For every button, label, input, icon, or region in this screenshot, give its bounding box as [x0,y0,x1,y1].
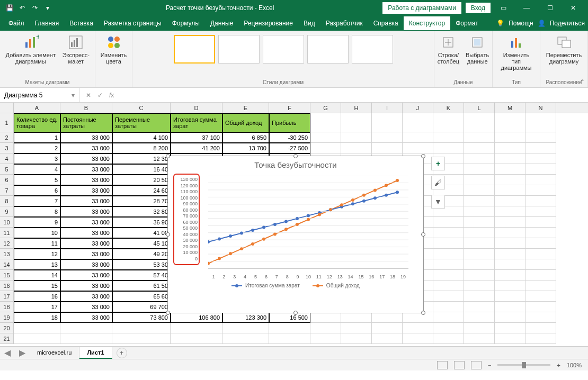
cell[interactable] [525,249,556,259]
menu-данные[interactable]: Данные [205,16,238,30]
row-header[interactable]: 4 [0,153,14,164]
table-cell[interactable]: 11 [14,238,60,249]
move-chart-button[interactable]: Переместить диаграмму [545,33,583,66]
table-cell[interactable]: 13 700 [222,143,269,153]
cell[interactable] [464,153,495,164]
table-cell[interactable]: 28 70 [112,196,171,206]
table-cell[interactable]: 33 000 [60,217,112,228]
cell[interactable] [269,323,310,333]
spreadsheet-grid[interactable]: ABCDEFGHIJKLMN 1234567891011121314151617… [0,103,588,346]
cell[interactable] [433,238,464,249]
style-thumb-2[interactable] [218,35,260,64]
cell[interactable] [269,333,310,344]
row-header[interactable]: 11 [0,228,14,238]
embedded-chart[interactable]: Точка безубыточности 130 000120 000110 0… [167,156,424,313]
cell[interactable] [403,113,433,132]
zoom-level[interactable]: 100% [567,362,582,368]
zoom-out-icon[interactable]: − [488,362,491,368]
table-cell[interactable]: 53 30 [112,259,171,270]
chart-styles-gallery[interactable] [172,33,395,66]
share-link[interactable]: Поделиться [550,20,585,27]
menu-конструктор[interactable]: Конструктор [404,16,450,30]
cell[interactable] [60,333,112,344]
table-header[interactable]: Количество ед. товара [14,113,60,132]
chart-handle[interactable] [166,311,170,315]
cell[interactable] [495,217,525,228]
share-icon[interactable]: 👤 [538,20,546,27]
cell[interactable] [495,113,525,132]
menu-формулы[interactable]: Формулы [167,16,205,30]
style-thumb-4[interactable] [307,35,349,64]
table-cell[interactable]: 17 [14,302,60,312]
style-thumb-5[interactable] [352,35,393,64]
col-header[interactable]: B [60,103,112,113]
table-cell[interactable]: 16 40 [112,164,171,175]
cell[interactable] [341,312,372,323]
table-cell[interactable]: 12 30 [112,153,171,164]
cell[interactable] [403,333,433,344]
cell[interactable] [495,206,525,217]
table-cell[interactable]: 33 000 [60,196,112,206]
cell[interactable] [525,175,556,185]
cell[interactable] [464,333,495,344]
table-cell[interactable]: 18 [14,312,60,323]
chart-legend[interactable]: Итоговая сумма зарат Общий доход [168,279,423,292]
col-header[interactable]: N [525,103,556,113]
table-cell[interactable]: 33 000 [60,291,112,302]
ribbon-display-icon[interactable]: ▭ [493,0,514,16]
cancel-formula-icon[interactable]: ✕ [86,92,91,99]
table-header[interactable]: Общий доход [222,113,269,132]
cell[interactable] [433,333,464,344]
zoom-in-icon[interactable]: + [557,362,560,368]
table-cell[interactable]: 12 [14,249,60,259]
table-cell[interactable]: 20 50 [112,175,171,185]
table-cell[interactable]: 8 [14,206,60,217]
cell[interactable] [433,249,464,259]
cell[interactable] [464,259,495,270]
cell[interactable] [341,113,372,132]
row-header[interactable]: 3 [0,143,14,153]
row-header[interactable]: 17 [0,291,14,302]
row-header[interactable]: 14 [0,259,14,270]
table-cell[interactable]: 33 000 [60,249,112,259]
cell[interactable] [464,312,495,323]
cell[interactable] [171,323,222,333]
cell[interactable] [464,143,495,153]
table-cell[interactable]: 41 00 [112,228,171,238]
tab-nav-next-icon[interactable]: ▶ [15,348,30,358]
cell[interactable] [525,238,556,249]
table-cell[interactable]: 24 60 [112,185,171,196]
cell[interactable] [433,302,464,312]
cell[interactable] [14,333,60,344]
cell[interactable] [464,323,495,333]
chart-handle[interactable] [421,154,425,158]
chart-handle[interactable] [166,232,170,237]
menu-справка[interactable]: Справка [368,16,404,30]
row-header[interactable]: 8 [0,196,14,206]
chart-y-axis[interactable]: 130 000120 000110 000100 00090 00080 000… [173,174,200,265]
cell[interactable] [372,143,403,153]
menu-разметка страницы[interactable]: Разметка страницы [99,16,167,30]
row-header[interactable]: 10 [0,217,14,228]
col-header[interactable]: M [495,103,525,113]
switch-row-column-button[interactable]: Строка/ столбец [436,33,460,66]
table-cell[interactable]: 7 [14,196,60,206]
col-header[interactable]: H [341,103,372,113]
help-link[interactable]: Помощн [509,20,533,27]
col-header[interactable]: D [171,103,222,113]
cell[interactable] [112,333,171,344]
table-cell[interactable]: 33 000 [60,153,112,164]
table-cell[interactable]: 14 [14,270,60,281]
table-cell[interactable]: 33 000 [60,132,112,143]
table-cell[interactable]: 5 [14,175,60,185]
undo-icon[interactable]: ↶ [18,4,26,12]
table-cell[interactable]: 10 [14,228,60,238]
page-break-view-icon[interactable] [471,361,482,369]
table-cell[interactable]: 8 200 [112,143,171,153]
table-header[interactable]: Прибыль [269,113,310,132]
qat-dropdown-icon[interactable]: ▾ [43,4,52,12]
cell[interactable] [310,312,341,323]
col-header[interactable]: I [372,103,403,113]
cell[interactable] [495,281,525,291]
menu-вид[interactable]: Вид [298,16,320,30]
